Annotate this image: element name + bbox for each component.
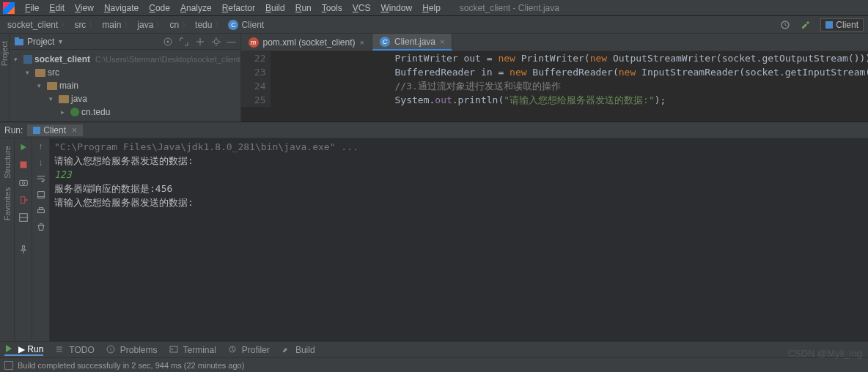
rail-favorites[interactable]: Favorites	[3, 183, 12, 225]
menu-help[interactable]: Help	[418, 1, 445, 15]
editor-tab[interactable]: CClient.java×	[372, 34, 452, 51]
svg-rect-6	[20, 162, 26, 168]
breadcrumb-item[interactable]: main	[99, 20, 134, 30]
status-text: Build completed successfully in 2 sec, 9…	[18, 361, 244, 370]
exit-icon[interactable]	[18, 194, 29, 206]
breadcrumb-item[interactable]: cn	[166, 20, 192, 30]
folder-icon	[35, 69, 45, 77]
console-line: 123	[54, 168, 864, 182]
tree-root-path: C:\Users\Sterman\Desktop\socket_client	[95, 55, 240, 64]
close-icon[interactable]: ×	[72, 125, 77, 135]
svg-rect-7	[19, 180, 27, 185]
rerun-icon[interactable]	[18, 141, 29, 153]
build-icon	[282, 345, 292, 355]
up-icon[interactable]: ↑	[39, 141, 43, 152]
hide-icon[interactable]: —	[227, 37, 236, 47]
target-icon[interactable]	[163, 37, 173, 47]
run-config-label: Client	[836, 20, 858, 30]
menu-refactor[interactable]: Refactor	[218, 1, 260, 15]
dropdown-icon[interactable]: ▾	[59, 37, 62, 45]
pin-icon[interactable]	[18, 244, 29, 256]
run-label: Run:	[4, 125, 23, 135]
stop-icon[interactable]	[18, 159, 29, 171]
breadcrumb-item[interactable]: src	[71, 20, 99, 30]
run-console[interactable]: "C:\Program Files\Java\jdk1.8.0_281\bin\…	[50, 138, 868, 341]
todo-icon	[55, 345, 65, 355]
tree-node[interactable]: ▾main	[10, 79, 240, 92]
expand-icon[interactable]	[179, 37, 189, 47]
close-icon[interactable]: ×	[440, 37, 444, 46]
gear-icon[interactable]	[211, 37, 221, 47]
trash-icon[interactable]	[36, 222, 46, 232]
project-panel: Project ▾ — ▾ socket_client C:\Users\Ste…	[10, 34, 241, 122]
menu-tools[interactable]: Tools	[317, 1, 347, 15]
tool-tab-label: Terminal	[183, 345, 216, 355]
run-tab-label: Client	[43, 125, 66, 135]
line-gutter: 22232425	[241, 51, 271, 107]
tree-root[interactable]: ▾ socket_client C:\Users\Sterman\Desktop…	[10, 53, 240, 66]
problems-icon: !	[106, 345, 117, 355]
svg-rect-1	[15, 39, 23, 45]
menu-edit[interactable]: Edit	[45, 1, 69, 15]
hammer-icon[interactable]	[800, 19, 812, 31]
camera-icon[interactable]	[18, 176, 29, 188]
status-bar: Build completed successfully in 2 sec, 9…	[0, 357, 868, 372]
tool-tab-problems[interactable]: !Problems	[106, 345, 158, 355]
menu-analyze[interactable]: Analyze	[176, 1, 216, 15]
sync-icon[interactable]	[779, 19, 791, 31]
tree-node-label: cn.tedu	[81, 107, 110, 117]
project-icon	[14, 37, 24, 47]
tool-tab-profiler[interactable]: Profiler	[228, 345, 270, 355]
code-content[interactable]: PrintWriter out = new PrintWriter(new Ou…	[271, 51, 868, 107]
editor-tab[interactable]: mpom.xml (socket_client)×	[241, 34, 372, 51]
rail-project[interactable]: Project	[0, 37, 9, 70]
menu-navigate[interactable]: Navigate	[100, 1, 143, 15]
breadcrumb-item[interactable]: socket_client	[4, 20, 71, 30]
menu-code[interactable]: Code	[144, 1, 174, 15]
breadcrumb-item[interactable]: java	[134, 20, 166, 30]
run-toolbar-secondary: ↑ ↓	[32, 138, 50, 341]
module-icon	[23, 55, 32, 64]
menu-file[interactable]: File	[21, 1, 43, 15]
tool-tab-todo[interactable]: TODO	[55, 345, 94, 355]
menu-view[interactable]: View	[70, 1, 98, 15]
tool-tab-build[interactable]: Build	[282, 345, 315, 355]
rail-structure[interactable]: Structure	[3, 141, 12, 183]
tool-tab-terminal[interactable]: Terminal	[169, 345, 216, 355]
run-config-selector[interactable]: Client	[820, 18, 864, 31]
bottom-tool-tabs: ▶ RunTODO!ProblemsTerminalProfilerBuild	[0, 341, 868, 357]
svg-point-5	[214, 40, 218, 44]
tree-node[interactable]: ▾src	[10, 66, 240, 79]
tab-label: pom.xml (socket_client)	[263, 37, 356, 48]
class-icon: C	[228, 20, 238, 30]
wrap-icon[interactable]	[36, 174, 46, 184]
tool-tab-label: Profiler	[242, 345, 270, 355]
scroll-icon[interactable]	[36, 190, 46, 200]
status-box-icon[interactable]	[4, 361, 13, 370]
tool-tab-run[interactable]: ▶ Run	[4, 344, 43, 356]
breadcrumb-item[interactable]: CClient	[225, 20, 270, 30]
print-icon[interactable]	[36, 206, 46, 216]
tree-node[interactable]: ▾java	[10, 92, 240, 105]
tree-root-label: socket_client	[34, 54, 90, 64]
console-line: 服务器端响应的数据是:456	[54, 182, 864, 196]
breadcrumb-item[interactable]: tedu	[192, 20, 225, 30]
menu-run[interactable]: Run	[291, 1, 316, 15]
package-icon	[70, 108, 79, 116]
svg-rect-12	[39, 208, 43, 210]
layout-icon[interactable]	[18, 212, 29, 223]
down-icon[interactable]: ↓	[39, 157, 43, 168]
svg-text:!: !	[110, 346, 111, 353]
code-area[interactable]: 22232425 PrintWriter out = new PrintWrit…	[241, 51, 868, 107]
class-icon	[33, 127, 40, 134]
collapse-icon[interactable]	[195, 37, 205, 47]
window-title: socket_client - Client.java	[460, 3, 559, 13]
menu-vcs[interactable]: VCS	[348, 1, 375, 15]
run-tab[interactable]: Client ×	[27, 124, 83, 136]
tree-node[interactable]: ▸cn.tedu	[10, 105, 240, 119]
close-icon[interactable]: ×	[360, 38, 364, 47]
project-tree[interactable]: ▾ socket_client C:\Users\Sterman\Desktop…	[10, 50, 240, 122]
tree-node-label: src	[48, 67, 59, 78]
menu-window[interactable]: Window	[376, 1, 416, 15]
menu-build[interactable]: Build	[261, 1, 290, 15]
